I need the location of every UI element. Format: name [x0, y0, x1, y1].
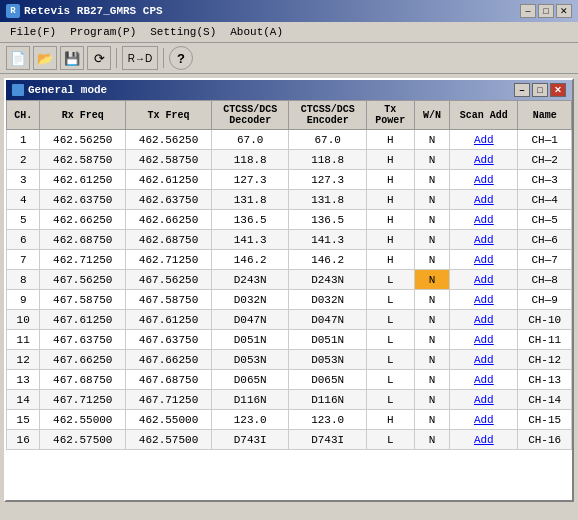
- menu-program[interactable]: Program(P): [64, 24, 142, 40]
- cell-wn: N: [414, 190, 450, 210]
- cell-scan[interactable]: Add: [450, 130, 518, 150]
- cell-ctcss-dec: 123.0: [211, 410, 288, 430]
- cell-rx: 462.58750: [40, 150, 126, 170]
- table-row: 1462.56250462.5625067.067.0HNAddCH—1: [7, 130, 572, 150]
- cell-ctcss-dec: D116N: [211, 390, 288, 410]
- cell-scan[interactable]: Add: [450, 370, 518, 390]
- cell-scan[interactable]: Add: [450, 390, 518, 410]
- cell-scan[interactable]: Add: [450, 350, 518, 370]
- cell-name: CH—9: [518, 290, 572, 310]
- cell-wn: N: [414, 330, 450, 350]
- cell-txpwr: H: [366, 190, 414, 210]
- cell-name: CH-15: [518, 410, 572, 430]
- app-icon: R: [6, 4, 20, 18]
- cell-ctcss-enc: D065N: [289, 370, 366, 390]
- window-close-button[interactable]: ✕: [550, 83, 566, 97]
- cell-scan[interactable]: Add: [450, 210, 518, 230]
- cell-scan[interactable]: Add: [450, 170, 518, 190]
- cell-txpwr: H: [366, 410, 414, 430]
- menu-setting[interactable]: Setting(S): [144, 24, 222, 40]
- cell-scan[interactable]: Add: [450, 430, 518, 450]
- cell-scan[interactable]: Add: [450, 310, 518, 330]
- cell-wn: N: [414, 370, 450, 390]
- cell-tx: 462.61250: [126, 170, 212, 190]
- cell-ctcss-dec: 67.0: [211, 130, 288, 150]
- save-button[interactable]: 💾: [60, 46, 84, 70]
- cell-scan[interactable]: Add: [450, 150, 518, 170]
- refresh-button[interactable]: ⟳: [87, 46, 111, 70]
- cell-scan[interactable]: Add: [450, 190, 518, 210]
- cell-ch: 15: [7, 410, 40, 430]
- cell-name: CH—8: [518, 270, 572, 290]
- header-ctcss-enc: CTCSS/DCSEncoder: [289, 101, 366, 130]
- window-title: General mode: [28, 84, 107, 96]
- cell-txpwr: L: [366, 290, 414, 310]
- table-row: 2462.58750462.58750118.8118.8HNAddCH—2: [7, 150, 572, 170]
- cell-name: CH—4: [518, 190, 572, 210]
- cell-rx: 467.68750: [40, 370, 126, 390]
- cell-ctcss-dec: D243N: [211, 270, 288, 290]
- cell-tx: 467.56250: [126, 270, 212, 290]
- cell-scan[interactable]: Add: [450, 270, 518, 290]
- menu-file[interactable]: File(F): [4, 24, 62, 40]
- table-row: 5462.66250462.66250136.5136.5HNAddCH—5: [7, 210, 572, 230]
- minimize-button[interactable]: –: [520, 4, 536, 18]
- header-txpwr: TxPower: [366, 101, 414, 130]
- cell-ch: 3: [7, 170, 40, 190]
- cell-ctcss-dec: D065N: [211, 370, 288, 390]
- cell-ch: 1: [7, 130, 40, 150]
- cell-txpwr: L: [366, 310, 414, 330]
- cell-ctcss-enc: 131.8: [289, 190, 366, 210]
- channel-table: CH. Rx Freq Tx Freq CTCSS/DCSDecoder CTC…: [6, 100, 572, 450]
- cell-scan[interactable]: Add: [450, 230, 518, 250]
- table-container[interactable]: CH. Rx Freq Tx Freq CTCSS/DCSDecoder CTC…: [6, 100, 572, 500]
- cell-txpwr: L: [366, 370, 414, 390]
- cell-txpwr: H: [366, 170, 414, 190]
- cell-ctcss-enc: 123.0: [289, 410, 366, 430]
- cell-txpwr: L: [366, 390, 414, 410]
- cell-scan[interactable]: Add: [450, 330, 518, 350]
- open-button[interactable]: 📂: [33, 46, 57, 70]
- cell-tx: 462.56250: [126, 130, 212, 150]
- table-header-row: CH. Rx Freq Tx Freq CTCSS/DCSDecoder CTC…: [7, 101, 572, 130]
- cell-scan[interactable]: Add: [450, 410, 518, 430]
- close-button[interactable]: ✕: [556, 4, 572, 18]
- cell-ctcss-dec: D047N: [211, 310, 288, 330]
- cell-wn: N: [414, 150, 450, 170]
- cell-tx: 467.58750: [126, 290, 212, 310]
- cell-ch: 13: [7, 370, 40, 390]
- app-title: Retevis RB27_GMRS CPS: [24, 5, 163, 17]
- new-button[interactable]: 📄: [6, 46, 30, 70]
- header-scan: Scan Add: [450, 101, 518, 130]
- help-button[interactable]: ?: [169, 46, 193, 70]
- cell-wn: N: [414, 390, 450, 410]
- cell-tx: 467.71250: [126, 390, 212, 410]
- cell-ch: 6: [7, 230, 40, 250]
- menu-about[interactable]: About(A): [224, 24, 289, 40]
- cell-ctcss-enc: 67.0: [289, 130, 366, 150]
- window-minimize-button[interactable]: –: [514, 83, 530, 97]
- cell-name: CH-14: [518, 390, 572, 410]
- header-ch: CH.: [7, 101, 40, 130]
- table-body: 1462.56250462.5625067.067.0HNAddCH—12462…: [7, 130, 572, 450]
- cell-scan[interactable]: Add: [450, 250, 518, 270]
- cell-ch: 11: [7, 330, 40, 350]
- cell-ctcss-dec: 146.2: [211, 250, 288, 270]
- transfer-button[interactable]: R→D: [122, 46, 158, 70]
- cell-ctcss-dec: 136.5: [211, 210, 288, 230]
- cell-ctcss-enc: D047N: [289, 310, 366, 330]
- cell-ctcss-dec: 118.8: [211, 150, 288, 170]
- cell-txpwr: L: [366, 350, 414, 370]
- cell-rx: 467.63750: [40, 330, 126, 350]
- cell-name: CH-10: [518, 310, 572, 330]
- maximize-button[interactable]: □: [538, 4, 554, 18]
- header-wn: W/N: [414, 101, 450, 130]
- window-title-bar: General mode – □ ✕: [6, 80, 572, 100]
- window-restore-button[interactable]: □: [532, 83, 548, 97]
- cell-txpwr: L: [366, 430, 414, 450]
- cell-scan[interactable]: Add: [450, 290, 518, 310]
- table-row: 8467.56250467.56250D243ND243NLNAddCH—8: [7, 270, 572, 290]
- cell-wn: N: [414, 250, 450, 270]
- cell-ctcss-enc: D032N: [289, 290, 366, 310]
- cell-name: CH-13: [518, 370, 572, 390]
